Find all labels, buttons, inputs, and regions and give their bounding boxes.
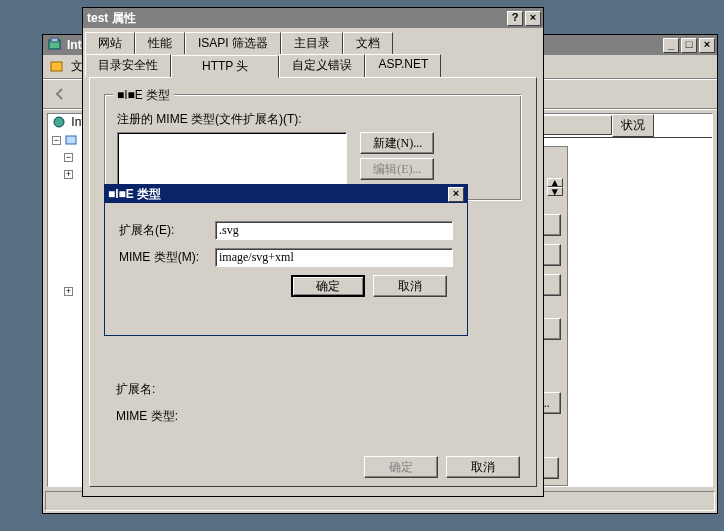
mime-dialog-titlebar: ■I■E 类型 × [105, 185, 467, 203]
cancel-button[interactable]: 取消 [373, 275, 447, 297]
tab-网站[interactable]: 网站 [85, 32, 135, 54]
svg-rect-2 [51, 62, 62, 71]
mime-group-legend: ■I■E 类型 [113, 87, 174, 104]
mime-type-input[interactable] [215, 248, 453, 267]
tab-row-1: 网站性能ISAPI 筛选器主目录文档 [83, 32, 543, 54]
tab-row-2: 目录安全性HTTP 头自定义错误ASP.NET [83, 54, 543, 77]
tab-文档[interactable]: 文档 [343, 32, 393, 54]
tab-主目录[interactable]: 主目录 [281, 32, 343, 54]
tab-ISAPI 筛选器[interactable]: ISAPI 筛选器 [185, 32, 281, 54]
expand-icon[interactable]: + [64, 287, 73, 296]
prop-title: test 属性 [87, 10, 136, 27]
tab-ASP.NET[interactable]: ASP.NET [365, 54, 441, 77]
mimetype-readonly-label: MIME 类型: [116, 408, 510, 425]
tree-root[interactable]: Int [48, 114, 86, 131]
minimize-icon[interactable]: _ [663, 38, 679, 53]
extension-readonly-label: 扩展名: [116, 381, 510, 398]
mime-type-label: MIME 类型(M): [119, 249, 215, 266]
cancel-button[interactable]: 取消 [446, 456, 520, 478]
back-icon[interactable] [49, 83, 71, 105]
extension-label: 扩展名(E): [119, 222, 215, 239]
tree-child-2[interactable]: − [48, 148, 86, 165]
expand-icon[interactable]: − [52, 136, 61, 145]
properties-window: test 属性 ? × 网站性能ISAPI 筛选器主目录文档 目录安全性HTTP… [82, 7, 544, 497]
tab-性能[interactable]: 性能 [135, 32, 185, 54]
col-header-status[interactable]: 状况 [612, 114, 654, 137]
ok-button[interactable]: 确定 [291, 275, 365, 297]
bg-title: Int [67, 38, 82, 52]
svg-rect-1 [51, 38, 58, 42]
svg-rect-4 [66, 136, 76, 144]
tab-panel-http-header: ■I■E 类型 注册的 MIME 类型(文件扩展名)(T): 新建(N)... … [89, 77, 537, 487]
prop-titlebar: test 属性 ? × [83, 8, 543, 28]
mime-dialog-title: ■I■E 类型 [108, 186, 161, 203]
tab-HTTP 头[interactable]: HTTP 头 [171, 55, 279, 78]
edit-button: 编辑(E)... [360, 158, 434, 180]
close-icon[interactable]: × [525, 11, 541, 26]
tree-child-4[interactable]: + [48, 282, 86, 299]
maximize-icon[interactable]: □ [681, 38, 697, 53]
extension-input[interactable] [215, 221, 453, 240]
tab-目录安全性[interactable]: 目录安全性 [85, 54, 171, 77]
ok-button: 确定 [364, 456, 438, 478]
mime-listbox[interactable] [117, 132, 347, 188]
close-icon[interactable]: × [448, 187, 464, 202]
mime-type-dialog: ■I■E 类型 × 扩展名(E): MIME 类型(M): 确定 取消 [104, 184, 468, 336]
svg-point-3 [54, 117, 64, 127]
close-icon[interactable]: × [699, 38, 715, 53]
tab-自定义错误[interactable]: 自定义错误 [279, 54, 365, 77]
tree-child-3[interactable]: + [48, 165, 86, 182]
child-app-icon [49, 59, 65, 75]
app-icon [47, 37, 63, 53]
treeview[interactable]: Int − − + + [47, 113, 87, 487]
new-button[interactable]: 新建(N)... [360, 132, 434, 154]
mime-list-label: 注册的 MIME 类型(文件扩展名)(T): [117, 111, 509, 128]
expand-icon[interactable]: − [64, 153, 73, 162]
help-icon[interactable]: ? [507, 11, 523, 26]
expand-icon[interactable]: + [64, 170, 73, 179]
spin-down-icon[interactable]: ▾ [547, 187, 563, 196]
tree-child-1[interactable]: − [48, 131, 86, 148]
